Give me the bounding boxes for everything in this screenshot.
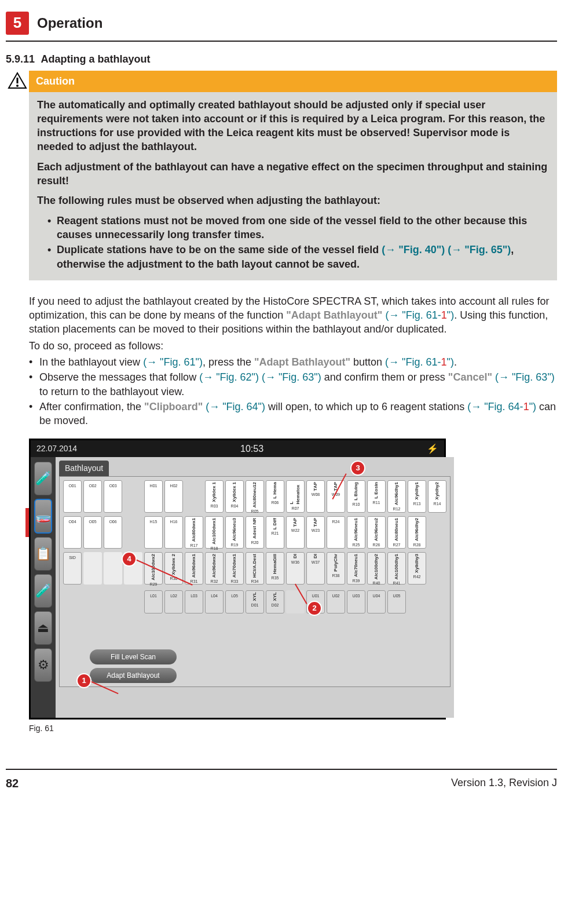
link-fig61-1b[interactable]: (→ "Fig. 61-1") — [385, 356, 454, 368]
screenshot-topbar: 22.07.2014 10:53 ⚡ — [31, 440, 444, 458]
station-gap — [124, 480, 142, 513]
figure-caption: Fig. 61 — [29, 723, 446, 734]
station-R35[interactable]: HemaGillR35 — [266, 552, 284, 585]
station-R18[interactable]: Alc100dwx1R18 — [205, 516, 224, 549]
station-U04[interactable]: U04 — [367, 590, 386, 613]
link-fig62[interactable]: (→ "Fig. 62") — [199, 371, 259, 383]
body-text: If you need to adjust the bathlayout cre… — [29, 294, 557, 428]
station-O03[interactable]: O03 — [104, 480, 122, 513]
caution-text: The automatically and optimally created … — [29, 92, 557, 280]
station-R28[interactable]: Alc96dhy2R28 — [408, 516, 426, 549]
link-fig64-1[interactable]: (→ "Fig. 64-1") — [467, 401, 536, 412]
station-W23[interactable]: TAPW23 — [306, 516, 325, 549]
sidebar-btn-eject[interactable]: ⏏ — [34, 611, 52, 645]
link-fig61[interactable]: (→ "Fig. 61") — [143, 356, 203, 368]
station-W37[interactable]: DIW37 — [306, 552, 325, 585]
svg-point-2 — [16, 85, 19, 87]
station-W36[interactable]: DIW36 — [286, 552, 305, 585]
station-R38[interactable]: PolyChrR38 — [327, 552, 345, 585]
station-R24[interactable]: R24 — [327, 516, 345, 549]
station-O02[interactable]: O02 — [83, 480, 102, 513]
figure-61: 22.07.2014 10:53 ⚡ 🧪 🧫 📋 🧪 ⏏ ⚙ Bathlayou… — [29, 439, 446, 734]
station-L04[interactable]: L04 — [205, 590, 224, 613]
station-R40[interactable]: Alc100dhy2R40 — [367, 552, 386, 585]
station-R26[interactable]: Alc96neu2R26 — [367, 516, 386, 549]
station-R13[interactable]: Xyldhy1R13 — [408, 480, 426, 513]
station-U02[interactable]: U02 — [327, 590, 345, 613]
station-H16[interactable]: H16 — [164, 516, 183, 549]
station-R41[interactable]: Alc100dhy1R41 — [387, 552, 406, 585]
caution-p1: The automatically and optimally created … — [37, 98, 549, 154]
link-fig63a[interactable]: (→ "Fig. 63") — [262, 371, 321, 383]
station-H15[interactable]: H15 — [144, 516, 163, 549]
station-R39[interactable]: Alc70neu1R39 — [347, 552, 365, 585]
link-fig65[interactable]: (→ "Fig. 65") — [448, 244, 511, 255]
station-O01[interactable]: O01 — [63, 480, 82, 513]
station-L02[interactable]: L02 — [164, 590, 183, 613]
sidebar-btn-reagents[interactable]: 🧪 — [34, 462, 52, 495]
station-R06[interactable]: L HemaR06 — [266, 480, 284, 513]
station-O06[interactable]: O06 — [104, 516, 122, 549]
station-R29[interactable]: Alc100dwx2R29 — [144, 552, 163, 585]
station-R10[interactable]: L BluingR10 — [347, 480, 365, 513]
station-R31[interactable]: Alc96dwx1R31 — [185, 552, 203, 585]
station-R17[interactable]: Alc80dwx1R17 — [185, 516, 203, 549]
screenshot-time: 10:53 — [77, 443, 427, 455]
screenshot-tab[interactable]: Bathlayout — [59, 461, 109, 476]
station-R11[interactable]: L EosinR11 — [367, 480, 386, 513]
station-R14[interactable]: Xyldhy2R14 — [428, 480, 446, 513]
station-gap — [83, 552, 102, 585]
station-SID[interactable]: SID — [63, 552, 82, 585]
link-fig63b[interactable]: (→ "Fig. 63") — [495, 371, 555, 383]
station-R19[interactable]: Alc96neu3R19 — [225, 516, 244, 549]
label-adapt-bathlayout: "Adapt Bathlayout" — [286, 309, 382, 321]
callout-1: 1 — [76, 673, 91, 688]
status-icon: ⚡ — [427, 443, 438, 455]
station-R05[interactable]: Alc80neu12R05 — [246, 480, 264, 513]
header-divider — [6, 41, 557, 42]
station-L03[interactable]: L03 — [185, 590, 203, 613]
station-R34[interactable]: HCl/A.DestR34 — [246, 552, 264, 585]
link-fig61-1a[interactable]: (→ "Fig. 61-1") — [385, 309, 454, 321]
chapter-title: Operation — [37, 14, 102, 32]
station-W08[interactable]: TAPW08 — [306, 480, 325, 513]
station-R25[interactable]: Alc96neu1R25 — [347, 516, 365, 549]
station-R04[interactable]: Xylidex 1R04 — [225, 480, 244, 513]
station-L05[interactable]: L05 — [225, 590, 244, 613]
station-R03[interactable]: Xylidex 1R03 — [205, 480, 224, 513]
adapt-bathlayout-button[interactable]: Adapt Bathlayout — [90, 668, 177, 683]
station-D01[interactable]: XYLD01 — [246, 590, 264, 613]
station-R27[interactable]: Alc80neu1R27 — [387, 516, 406, 549]
body-bullet-3: After confirmation, the "Clipboard" (→ "… — [29, 400, 557, 428]
station-O05[interactable]: O05 — [83, 516, 102, 549]
station-R33[interactable]: Alc70dwx1R33 — [225, 552, 244, 585]
station-D02[interactable]: XYLD02 — [266, 590, 284, 613]
station-U03[interactable]: U03 — [347, 590, 365, 613]
station-W22[interactable]: TAPW22 — [286, 516, 305, 549]
caution-label: Caution — [29, 71, 557, 92]
station-R07[interactable]: L HematoxR07 — [286, 480, 305, 513]
station-H01[interactable]: H01 — [144, 480, 163, 513]
fill-level-scan-button[interactable]: Fill Level Scan — [90, 649, 177, 664]
station-R42[interactable]: Xylidhy3R42 — [408, 552, 426, 585]
station-R21[interactable]: L DiffR21 — [266, 516, 284, 549]
sidebar-btn-settings[interactable]: ⚙ — [34, 648, 52, 682]
station-U05[interactable]: U05 — [387, 590, 406, 613]
station-gap — [185, 480, 203, 513]
link-fig64[interactable]: (→ "Fig. 64") — [206, 401, 265, 412]
sidebar-btn-status[interactable]: 🧪 — [34, 574, 52, 608]
station-H02[interactable]: H02 — [164, 480, 183, 513]
station-R12[interactable]: Alc96dhy1R12 — [387, 480, 406, 513]
version-text: Version 1.3, Revision J — [451, 776, 557, 791]
page-footer: 82 Version 1.3, Revision J — [6, 769, 557, 791]
sidebar-btn-bathlayout[interactable]: 🧫 — [34, 499, 52, 534]
caution-block: Caution The automatically and optimally … — [6, 71, 557, 280]
station-R20[interactable]: Adest NRR20 — [246, 516, 264, 549]
station-O04[interactable]: O04 — [63, 516, 82, 549]
station-row-3: SIDAlc100dwx2R29Xylidwx 2R30Alc96dwx1R31… — [63, 552, 446, 585]
station-W09[interactable]: TAPW09 — [327, 480, 345, 513]
station-R32[interactable]: Alc96dwx2R32 — [205, 552, 224, 585]
sidebar-btn-programs[interactable]: 📋 — [34, 537, 52, 571]
link-fig40[interactable]: (→ "Fig. 40") — [382, 244, 445, 255]
station-L01[interactable]: L01 — [144, 590, 163, 613]
